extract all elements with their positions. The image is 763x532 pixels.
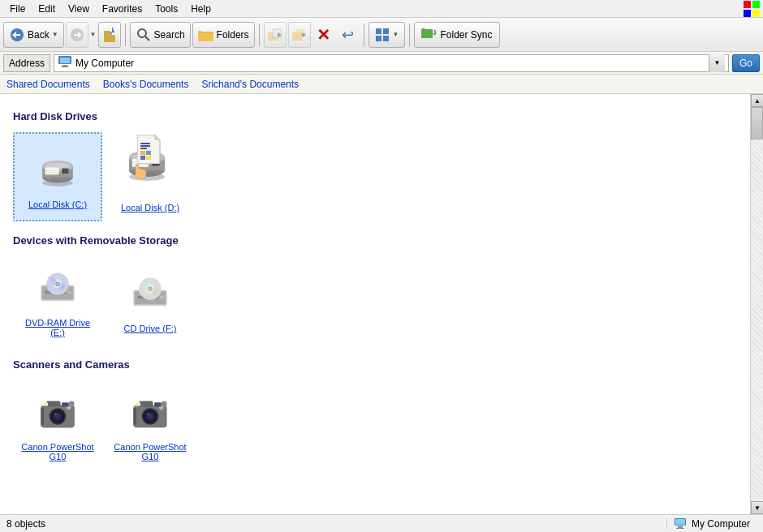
forward-dropdown-arrow[interactable]: ▼ [90,31,97,38]
folders-icon [198,27,214,43]
hard-disk-drives-header: Hard Disk Drives [13,110,737,126]
status-bar: 8 objects My Computer [0,514,763,532]
menu-favorites[interactable]: Favorites [96,2,149,16]
svg-rect-41 [65,169,67,173]
forward-button[interactable] [66,22,88,48]
links-bar: Shared Documents Books's Documents Srich… [0,75,763,94]
svg-rect-36 [45,168,59,175]
local-disk-d-item[interactable]: Local Disk (D:) [106,132,195,221]
menu-view[interactable]: View [62,2,96,16]
svg-marker-2 [744,10,751,17]
removable-storage-grid: DVD-RAM Drive (E:) [13,256,737,345]
menu-file[interactable]: File [3,2,32,16]
svg-rect-9 [104,31,110,36]
cd-f-item[interactable]: CD Drive (F:) [106,256,195,345]
svg-marker-55 [155,135,160,139]
svg-rect-8 [104,35,115,42]
svg-rect-88 [46,401,60,407]
svg-rect-66 [67,291,71,294]
local-disk-c-label: Local Disk (C:) [28,200,87,209]
svg-rect-60 [146,151,151,155]
svg-rect-25 [376,36,382,41]
svg-rect-31 [61,66,69,67]
svg-rect-112 [155,403,161,405]
address-label: Address [3,54,50,72]
svg-point-83 [149,288,152,290]
svg-rect-100 [41,408,43,425]
menu-tools[interactable]: Tools [149,2,184,16]
status-right: My Computer [666,518,757,530]
menu-help[interactable]: Help [184,2,218,16]
hard-disk-drives-grid: Local Disk (C:) [13,132,737,221]
svg-rect-59 [140,151,145,155]
svg-marker-3 [752,10,760,17]
svg-rect-23 [376,28,382,34]
svg-rect-16 [198,32,213,33]
back-dropdown-arrow[interactable]: ▼ [52,31,58,38]
camera-1-item[interactable]: Canon PowerShot G10 [13,380,102,470]
address-input-container: My Computer ▼ [54,54,729,72]
local-disk-d-icon [124,141,176,193]
status-computer-icon [674,518,687,530]
menu-edit[interactable]: Edit [32,2,62,16]
undo-button[interactable]: ↩ [337,22,360,48]
svg-point-99 [69,401,75,407]
svg-rect-56 [140,143,150,144]
back-button[interactable]: Back ▼ [3,22,64,48]
svg-point-107 [147,414,149,416]
svg-rect-58 [140,148,147,149]
separator-1 [125,24,126,46]
scroll-up-button[interactable]: ▲ [751,94,763,107]
camera-2-item[interactable]: Canon PowerShot G10 [106,380,195,470]
dvd-ram-e-label: DVD-RAM Drive (E:) [21,318,94,337]
camera-1-label: Canon PowerShot G10 [21,442,94,461]
views-button[interactable]: ▼ [369,22,405,48]
scrollbar: ▲ ▼ [750,94,763,514]
camera-1-icon [32,388,84,439]
local-disk-c-item[interactable]: Local Disk (C:) [13,132,102,221]
books-documents-link[interactable]: Books's Documents [103,79,189,90]
delete-button[interactable]: ✕ [313,22,335,48]
camera-2-label: Canon PowerShot G10 [114,442,187,461]
svg-rect-102 [139,401,153,407]
svg-rect-118 [676,528,684,529]
svg-point-113 [162,401,167,407]
dvd-ram-e-item[interactable]: DVD-RAM Drive (E:) [13,256,102,345]
svg-rect-116 [675,519,685,525]
folder-sync-button[interactable]: Folder Sync [414,22,500,48]
svg-rect-57 [140,145,150,147]
status-left: 8 objects [6,518,666,530]
address-dropdown-arrow[interactable]: ▼ [709,54,725,72]
svg-rect-110 [135,402,140,405]
scroll-down-button[interactable]: ▼ [751,501,763,514]
shared-documents-link[interactable]: Shared Documents [6,79,90,90]
up-button[interactable] [98,22,121,48]
views-icon [374,27,390,43]
svg-point-93 [54,414,57,416]
svg-rect-24 [383,28,389,34]
folders-label: Folders [217,29,249,41]
back-icon [9,27,25,43]
copy-to-button[interactable] [288,22,311,48]
search-button[interactable]: Search [130,22,191,48]
back-label: Back [28,29,50,41]
svg-rect-96 [42,402,48,405]
folder-sync-label: Folder Sync [441,29,493,41]
srichand-documents-link[interactable]: Srichand's Documents [201,79,299,90]
separator-3 [364,24,364,46]
go-button[interactable]: Go [732,54,760,72]
views-dropdown[interactable]: ▼ [393,31,399,38]
scroll-track[interactable] [751,107,763,501]
svg-rect-29 [60,58,70,63]
menu-bar: File Edit View Favorites Tools Help [0,0,763,18]
scroll-thumb[interactable] [751,107,763,139]
folder-sync-icon [421,26,438,43]
search-label: Search [154,29,185,41]
move-to-button[interactable] [264,22,287,48]
address-text[interactable]: My Computer [75,58,705,69]
svg-point-72 [57,283,59,285]
svg-line-12 [145,36,149,41]
local-disk-d-label: Local Disk (D:) [121,203,179,212]
toolbar: Back ▼ ▼ Search [0,18,763,52]
folders-button[interactable]: Folders [192,22,255,48]
